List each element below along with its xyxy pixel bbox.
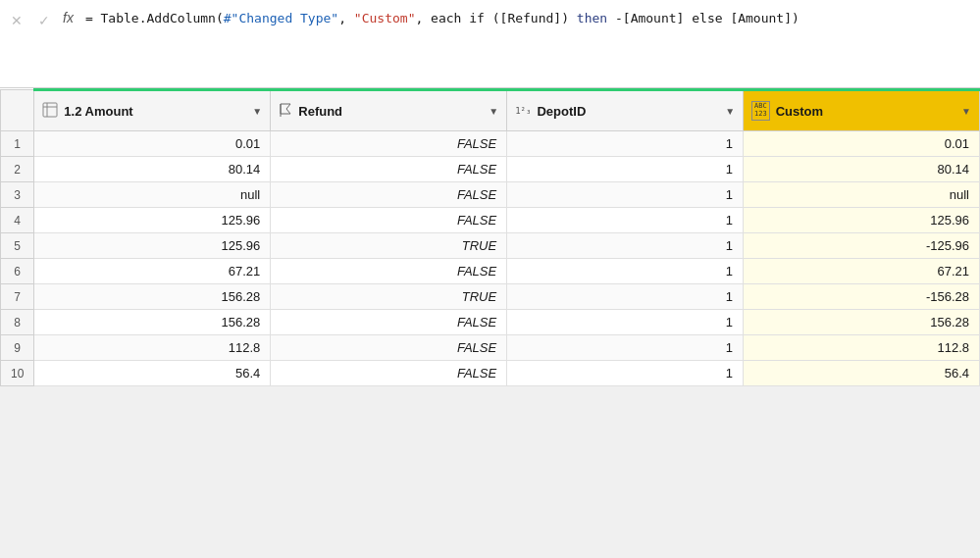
cell-amount: 125.96 (34, 208, 271, 233)
row-number-header (1, 90, 34, 131)
row-number: 4 (1, 208, 34, 233)
cell-custom: 156.28 (744, 310, 980, 335)
cell-amount: 67.21 (34, 259, 271, 284)
formula-part-6: -[Amount] else [Amount]) (607, 11, 799, 25)
cell-refund: FALSE (271, 259, 507, 284)
confirm-button[interactable]: ✓ (33, 10, 55, 31)
cell-depotid: 1 (507, 361, 744, 386)
cell-depotid: 1 (507, 284, 744, 310)
row-number: 9 (1, 335, 34, 361)
cell-custom: null (744, 182, 980, 208)
cell-depotid: 1 (507, 335, 744, 361)
cell-depotid: 1 (507, 208, 744, 233)
cell-custom: -125.96 (744, 233, 980, 259)
row-number: 8 (1, 310, 34, 335)
data-table: 1.2 Amount ▼ Refund (0, 88, 980, 386)
cell-amount: 56.4 (34, 361, 271, 386)
cell-custom: 0.01 (744, 131, 980, 157)
refund-dropdown-button[interactable]: ▼ (489, 106, 498, 117)
column-header-refund: Refund ▼ (271, 90, 507, 131)
cancel-icon: ✕ (11, 13, 23, 28)
row-number: 3 (1, 182, 34, 208)
cell-refund: FALSE (271, 131, 507, 157)
fx-label: fx (63, 4, 74, 25)
formula-expression[interactable]: = Table.AddColumn(#"Changed Type", "Cust… (81, 4, 974, 33)
cell-custom: 112.8 (744, 335, 980, 361)
cell-amount: 156.28 (34, 310, 271, 335)
table-row: 9 112.8 FALSE 1 112.8 (1, 335, 980, 361)
formula-part-4: "Custom" (354, 11, 416, 25)
cell-custom: -156.28 (744, 284, 980, 310)
cell-amount: 0.01 (34, 131, 271, 157)
cell-refund: FALSE (271, 310, 507, 335)
cell-depotid: 1 (507, 157, 744, 182)
cell-refund: TRUE (271, 233, 507, 259)
table-row: 3 null FALSE 1 null (1, 182, 980, 208)
column-label-refund: Refund (298, 104, 483, 119)
formula-bar: ✕ ✓ fx = Table.AddColumn(#"Changed Type"… (0, 0, 980, 88)
cell-custom: 80.14 (744, 157, 980, 182)
cell-custom: 56.4 (744, 361, 980, 386)
cell-depotid: 1 (507, 131, 744, 157)
custom-type-icon: ABC 123 (751, 101, 770, 120)
amount-type-icon (42, 102, 58, 120)
data-table-container: 1.2 Amount ▼ Refund (0, 88, 980, 386)
formula-part-3: , (338, 11, 354, 25)
row-number: 5 (1, 233, 34, 259)
row-number: 7 (1, 284, 34, 310)
cell-refund: FALSE (271, 335, 507, 361)
formula-part-then: then (577, 11, 607, 25)
cell-refund: FALSE (271, 361, 507, 386)
row-number: 1 (1, 131, 34, 157)
formula-part-5: , each if ([Refund]) (415, 11, 576, 25)
table-row: 1 0.01 FALSE 1 0.01 (1, 131, 980, 157)
formula-part-2: #"Changed Type" (224, 11, 338, 25)
cell-custom: 67.21 (744, 259, 980, 284)
cell-refund: FALSE (271, 157, 507, 182)
formula-part-1: = Table.AddColumn( (85, 11, 224, 25)
depotid-dropdown-button[interactable]: ▼ (725, 106, 735, 117)
cell-depotid: 1 (507, 310, 744, 335)
table-row: 10 56.4 FALSE 1 56.4 (1, 361, 980, 386)
cell-depotid: 1 (507, 233, 744, 259)
column-label-custom: Custom (776, 104, 955, 119)
cell-refund: TRUE (271, 284, 507, 310)
table-row: 7 156.28 TRUE 1 -156.28 (1, 284, 980, 310)
column-header-amount: 1.2 Amount ▼ (34, 90, 271, 131)
row-number: 6 (1, 259, 34, 284)
confirm-icon: ✓ (38, 13, 50, 28)
cell-amount: 80.14 (34, 157, 271, 182)
row-number: 10 (1, 361, 34, 386)
column-label-amount: 1.2 Amount (64, 104, 246, 119)
refund-type-icon (279, 103, 292, 120)
formula-toolbar: ✕ ✓ (6, 4, 55, 31)
custom-dropdown-button[interactable]: ▼ (961, 106, 971, 117)
table-row: 8 156.28 FALSE 1 156.28 (1, 310, 980, 335)
cell-refund: FALSE (271, 208, 507, 233)
depotid-type-icon: 1²₃ (515, 106, 531, 116)
column-header-depotid: 1²₃ DepotID ▼ (507, 90, 744, 131)
column-label-depotid: DepotID (537, 104, 719, 119)
column-header-custom: ABC 123 Custom ▼ (744, 90, 980, 131)
table-row: 2 80.14 FALSE 1 80.14 (1, 157, 980, 182)
table-row: 5 125.96 TRUE 1 -125.96 (1, 233, 980, 259)
cell-custom: 125.96 (744, 208, 980, 233)
amount-dropdown-button[interactable]: ▼ (252, 106, 262, 117)
row-number: 2 (1, 157, 34, 182)
cell-amount: null (34, 182, 271, 208)
cell-refund: FALSE (271, 182, 507, 208)
cell-depotid: 1 (507, 182, 744, 208)
cancel-button[interactable]: ✕ (6, 10, 27, 31)
cell-amount: 125.96 (34, 233, 271, 259)
table-row: 4 125.96 FALSE 1 125.96 (1, 208, 980, 233)
svg-rect-0 (43, 103, 57, 117)
cell-depotid: 1 (507, 259, 744, 284)
cell-amount: 156.28 (34, 284, 271, 310)
table-row: 6 67.21 FALSE 1 67.21 (1, 259, 980, 284)
cell-amount: 112.8 (34, 335, 271, 361)
